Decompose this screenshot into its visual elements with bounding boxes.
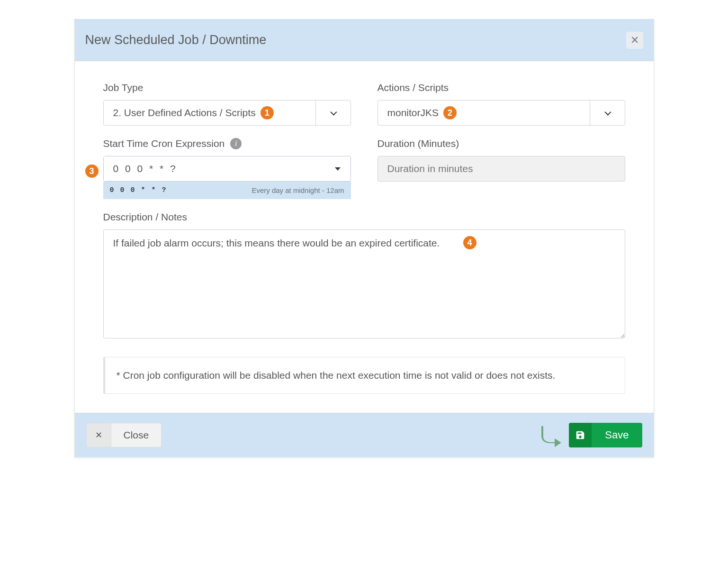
caret-down-icon bbox=[335, 167, 341, 171]
cron-input[interactable] bbox=[104, 156, 325, 181]
dialog-footer: ✕ Close Save bbox=[75, 413, 654, 457]
cron-suggestion-code: 0 0 0 * * ? bbox=[110, 186, 167, 194]
chevron-down-icon bbox=[604, 109, 611, 116]
job-type-value: 2. User Defined Actions / Scripts 1 bbox=[104, 100, 315, 125]
job-type-caret[interactable] bbox=[315, 100, 351, 125]
close-icon: ✕ bbox=[630, 35, 639, 46]
duration-input bbox=[377, 156, 625, 182]
job-type-label: Job Type bbox=[103, 82, 351, 93]
save-button[interactable]: Save bbox=[569, 423, 642, 447]
callout-1: 1 bbox=[261, 106, 274, 119]
description-label: Description / Notes bbox=[103, 211, 625, 223]
save-icon bbox=[569, 423, 592, 447]
job-type-dropdown[interactable]: 2. User Defined Actions / Scripts 1 bbox=[103, 100, 351, 126]
chevron-down-icon bbox=[330, 109, 337, 116]
duration-label: Duration (Minutes) bbox=[377, 138, 625, 149]
dialog-close-button[interactable]: ✕ bbox=[626, 32, 643, 49]
actions-value: monitorJKS 2 bbox=[378, 100, 590, 125]
close-icon: ✕ bbox=[95, 430, 102, 440]
cron-combobox[interactable] bbox=[103, 156, 351, 182]
cron-suggestion-desc: Every day at midnight - 12am bbox=[252, 186, 344, 194]
cron-label: Start Time Cron Expression i bbox=[103, 138, 351, 149]
cron-caret[interactable] bbox=[325, 156, 351, 181]
dialog-title: New Scheduled Job / Downtime bbox=[85, 33, 267, 47]
dialog-header: New Scheduled Job / Downtime ✕ bbox=[75, 19, 654, 61]
save-button-label[interactable]: Save bbox=[592, 423, 642, 447]
dialog-body: Job Type 2. User Defined Actions / Scrip… bbox=[75, 61, 654, 413]
actions-dropdown[interactable]: monitorJKS 2 bbox=[377, 100, 625, 126]
cron-suggestion[interactable]: 0 0 0 * * ? Every day at midnight - 12am bbox=[103, 182, 351, 199]
callout-4: 4 bbox=[463, 236, 476, 249]
cron-note: * Cron job configuration will be disable… bbox=[103, 357, 625, 394]
arrow-right-icon bbox=[539, 423, 562, 447]
info-icon[interactable]: i bbox=[230, 138, 242, 149]
actions-caret[interactable] bbox=[590, 100, 625, 125]
scheduled-job-dialog: New Scheduled Job / Downtime ✕ Job Type … bbox=[74, 19, 654, 457]
callout-3: 3 bbox=[85, 164, 99, 178]
footer-close-button[interactable]: Close bbox=[111, 423, 162, 447]
actions-label: Actions / Scripts bbox=[377, 82, 625, 93]
callout-2: 2 bbox=[443, 106, 457, 119]
description-textarea[interactable] bbox=[103, 229, 625, 338]
footer-close-x-button[interactable]: ✕ bbox=[86, 423, 111, 447]
